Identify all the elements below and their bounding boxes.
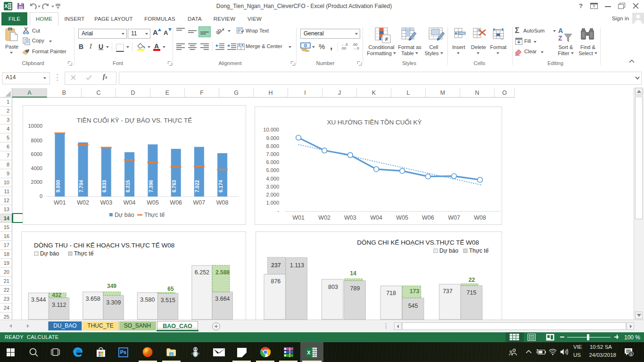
svg-text:3.112: 3.112 [52, 302, 66, 308]
svg-text:4000: 4000 [31, 165, 42, 171]
svg-text:3.658: 3.658 [86, 296, 100, 302]
svg-text:3.000: 3.000 [266, 184, 279, 189]
svg-text:W02: W02 [318, 214, 330, 221]
svg-text:W03: W03 [344, 214, 356, 221]
svg-text:0: 0 [40, 193, 42, 199]
svg-text:7.396: 7.396 [148, 180, 154, 192]
svg-text:2000: 2000 [31, 179, 42, 185]
svg-text:Z: Z [558, 34, 562, 42]
svg-text:7.704: 7.704 [78, 180, 84, 192]
svg-text:W08: W08 [474, 214, 486, 221]
svg-text:1: 1 [630, 352, 632, 356]
svg-text:3.515: 3.515 [161, 297, 175, 304]
svg-text:4.000: 4.000 [266, 176, 279, 181]
svg-text:237: 237 [271, 262, 281, 269]
svg-text:W08: W08 [216, 199, 229, 206]
svg-text:DÒNG CHI KẾ HOẠCH VS.THỰC TẾ W: DÒNG CHI KẾ HOẠCH VS.THỰC TẾ W08 [357, 239, 479, 246]
svg-text:9.000: 9.000 [55, 180, 61, 192]
svg-text:X: X [307, 350, 311, 355]
svg-text:Thực tế: Thực tế [144, 212, 165, 218]
svg-text:737: 737 [443, 288, 453, 295]
svg-text:5.000: 5.000 [266, 167, 279, 173]
svg-text:715: 715 [467, 289, 477, 296]
svg-text:DÒNG THU - CHI KẾ HOẠCH VS.THỰ: DÒNG THU - CHI KẾ HOẠCH VS.THỰC TẾ W08 [34, 242, 174, 249]
svg-text:789: 789 [350, 285, 360, 292]
svg-text:7.022: 7.022 [194, 180, 200, 192]
svg-text:9.000: 9.000 [266, 135, 279, 141]
svg-text:6.833: 6.833 [101, 180, 107, 192]
svg-text:W07: W07 [193, 199, 206, 206]
svg-text:W03: W03 [100, 199, 112, 206]
svg-text:3.664: 3.664 [215, 296, 230, 302]
svg-text:≠: ≠ [385, 35, 388, 42]
svg-text:W07: W07 [448, 214, 460, 221]
svg-text:W01: W01 [54, 199, 66, 206]
svg-text:6.174: 6.174 [218, 180, 223, 192]
svg-text:8.000: 8.000 [266, 143, 279, 149]
svg-text:W06: W06 [170, 199, 182, 206]
svg-text:6.763: 6.763 [171, 180, 177, 192]
svg-text:W02: W02 [77, 199, 89, 206]
svg-text:65: 65 [167, 286, 174, 292]
svg-text:22: 22 [469, 277, 475, 283]
svg-text:W04: W04 [370, 214, 382, 221]
svg-text:Dự báo: Dự báo [439, 247, 458, 254]
svg-text:Dự báo: Dự báo [40, 250, 59, 257]
svg-text:W05: W05 [396, 214, 408, 221]
svg-text:7.000: 7.000 [266, 151, 279, 157]
svg-text:3.309: 3.309 [106, 299, 121, 306]
svg-text:TIỀN CUỐI KỲ - DỰ BÁO VS. THỰC: TIỀN CUỐI KỲ - DỰ BÁO VS. THỰC TẾ [77, 117, 192, 124]
svg-text:2.588: 2.588 [215, 269, 230, 276]
svg-text:6.252: 6.252 [195, 269, 209, 276]
svg-text:3.580: 3.580 [140, 296, 155, 303]
svg-text:3.544: 3.544 [31, 296, 46, 303]
svg-text:14: 14 [350, 270, 356, 277]
svg-text:W05: W05 [147, 199, 159, 206]
svg-text:1.113: 1.113 [290, 262, 304, 269]
svg-text:8000: 8000 [31, 138, 42, 143]
svg-text:10000: 10000 [28, 123, 42, 129]
svg-text:XU HƯỚNG TIỀN TỒN CUỐI KỲ: XU HƯỚNG TIỀN TỒN CUỐI KỲ [327, 119, 421, 126]
svg-text:1.000: 1.000 [266, 200, 279, 206]
svg-text:-: - [277, 208, 279, 214]
svg-text:10.000: 10.000 [263, 127, 279, 132]
svg-text:718: 718 [386, 290, 396, 296]
svg-text:876: 876 [271, 278, 281, 285]
svg-text:Dự báo: Dự báo [115, 212, 134, 218]
svg-text:W01: W01 [292, 214, 305, 221]
svg-text:173: 173 [410, 288, 420, 295]
svg-text:6.315: 6.315 [125, 180, 131, 192]
svg-text:803: 803 [328, 284, 338, 290]
svg-text:6000: 6000 [31, 151, 42, 157]
svg-text:W04: W04 [124, 199, 136, 206]
svg-text:432: 432 [52, 292, 61, 298]
svg-text:545: 545 [408, 303, 418, 309]
svg-text:W06: W06 [422, 214, 434, 221]
svg-text:A: A [558, 27, 563, 34]
svg-text:Thực tế: Thực tế [469, 247, 489, 254]
svg-text:349: 349 [107, 283, 116, 289]
svg-text:2.000: 2.000 [266, 192, 279, 197]
svg-text:6.000: 6.000 [266, 159, 279, 165]
svg-text:Thực tế: Thực tế [74, 250, 94, 257]
